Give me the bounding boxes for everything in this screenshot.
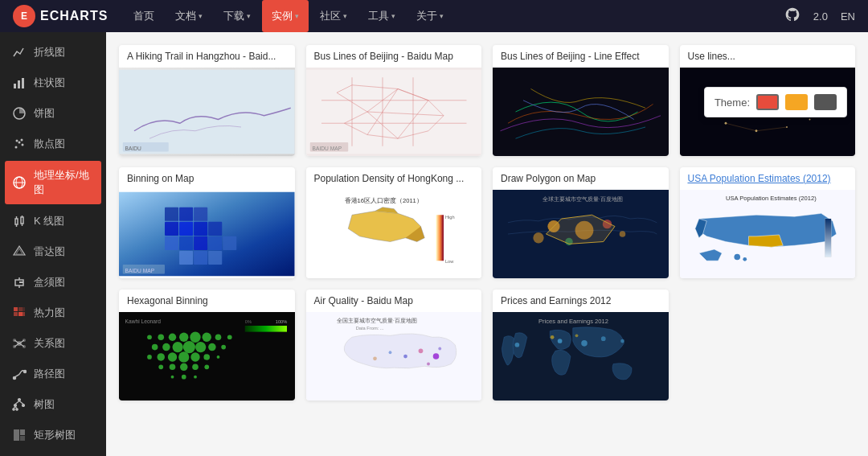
svg-point-125 — [227, 335, 232, 339]
chart-title-buslines: Bus Lines of Beijing - Baidu Map — [306, 45, 482, 68]
svg-point-145 — [171, 376, 174, 379]
svg-text:Prices and Earnings 2012: Prices and Earnings 2012 — [538, 318, 608, 325]
svg-point-143 — [192, 364, 199, 371]
svg-rect-93 — [208, 251, 222, 265]
svg-point-41 — [18, 399, 21, 401]
svg-point-133 — [147, 355, 152, 359]
svg-rect-98 — [436, 215, 444, 261]
sidebar-item-kline[interactable]: K 线图 — [0, 206, 106, 236]
chart-card-prices[interactable]: Prices and Earnings 2012 Prices and Earn… — [493, 290, 669, 401]
svg-point-128 — [173, 342, 183, 352]
nav-examples[interactable]: 实例▾ — [262, 0, 309, 32]
chart-card-buslines[interactable]: Bus Lines of Beijing - Baidu Map — [306, 45, 482, 156]
nav-tools[interactable]: 工具▾ — [358, 0, 405, 32]
svg-rect-79 — [165, 207, 178, 221]
chart-title-prices: Prices and Earnings 2012 — [493, 290, 669, 312]
version-badge: 2.0 — [813, 10, 828, 23]
svg-point-8 — [21, 139, 23, 142]
sidebar-item-tree[interactable]: 树图 — [0, 389, 106, 420]
sidebar-item-geo[interactable]: 地理坐标/地图 — [5, 161, 101, 204]
sidebar-item-scatter[interactable]: 散点图 — [0, 129, 106, 159]
sidebar-item-heat[interactable]: 热力图 — [0, 298, 106, 328]
svg-rect-87 — [179, 236, 193, 250]
svg-point-118 — [147, 335, 152, 339]
svg-point-119 — [158, 334, 164, 340]
nav-community[interactable]: 社区▾ — [310, 0, 357, 32]
svg-point-167 — [620, 339, 624, 343]
chart-card-hexagonal[interactable]: Hexagonal Binning Kawhi Leonard — [119, 290, 295, 401]
svg-rect-57 — [306, 70, 482, 154]
chart-thumb-population: 香港16区人口密度（2011） — [306, 190, 482, 278]
pie-chart-icon — [11, 105, 27, 121]
theme-swatch-red[interactable] — [756, 94, 779, 110]
top-navigation: E ECHARTS 首页 文档▾ 下载▾ 实例▾ 社区▾ 工具▾ 关于▾ 2.0… — [0, 0, 868, 32]
svg-point-163 — [558, 339, 563, 343]
content-area: Theme: A Hiking Trail in Hangzhou - Baid… — [106, 32, 868, 456]
chart-card-hiking[interactable]: A Hiking Trail in Hangzhou - Baid... BAI… — [119, 45, 295, 156]
nav-home[interactable]: 首页 — [124, 0, 164, 32]
chart-card-population[interactable]: Population Density of HongKong ... 香港16区… — [306, 167, 482, 278]
tree-chart-icon — [11, 396, 27, 413]
svg-point-156 — [403, 355, 407, 359]
svg-line-46 — [15, 401, 19, 405]
svg-point-44 — [13, 409, 14, 410]
svg-rect-52 — [20, 436, 25, 441]
chart-thumb-polygon: 全球主要城市空气质量·百度地图 — [493, 190, 669, 278]
theme-popup: Theme: — [704, 87, 847, 117]
svg-rect-82 — [165, 222, 178, 236]
sidebar-item-radar[interactable]: 雷达图 — [0, 236, 106, 267]
sidebar: 折线图 柱状图 饼图 散点图 地理坐标/地图 — [0, 32, 106, 456]
svg-point-166 — [515, 343, 520, 347]
svg-point-7 — [16, 140, 18, 142]
nav-right: 2.0 EN — [784, 6, 855, 27]
sidebar-item-boxplot[interactable]: 盒须图 — [0, 267, 106, 298]
sidebar-item-relation[interactable]: 关系图 — [0, 328, 106, 359]
svg-marker-18 — [14, 246, 25, 255]
svg-point-147 — [194, 376, 197, 379]
svg-point-127 — [162, 343, 170, 351]
svg-point-164 — [581, 340, 588, 347]
svg-text:BAIDU MAP: BAIDU MAP — [125, 268, 155, 273]
svg-point-132 — [221, 345, 226, 350]
chart-title-hiking: A Hiking Trail in Hangzhou - Baid... — [119, 45, 295, 68]
svg-point-129 — [183, 341, 195, 353]
svg-text:香港16区人口密度（2011）: 香港16区人口密度（2011） — [344, 197, 422, 204]
svg-point-106 — [620, 231, 626, 237]
chart-card-air[interactable]: Air Quality - Baidu Map 全国主要城市空气质量·百度地图 … — [306, 290, 482, 401]
language-button[interactable]: EN — [841, 10, 855, 23]
svg-point-121 — [179, 333, 188, 342]
nav-download[interactable]: 下载▾ — [214, 0, 260, 32]
nav-docs[interactable]: 文档▾ — [166, 0, 212, 32]
chart-card-binning[interactable]: Binning on Map — [119, 167, 295, 278]
sidebar-item-path[interactable]: 路径图 — [0, 359, 106, 389]
chart-card-usa[interactable]: USA Population Estimates (2012) USA Popu… — [680, 167, 856, 278]
chart-card-polygon[interactable]: Draw Polygon on Map 全球主要城市空气质量·百度地图 — [493, 167, 669, 278]
svg-point-165 — [601, 336, 606, 341]
sidebar-item-pie[interactable]: 饼图 — [0, 98, 106, 129]
svg-point-155 — [418, 349, 423, 354]
svg-text:100%: 100% — [276, 319, 288, 324]
nav-about[interactable]: 关于▾ — [407, 0, 453, 32]
svg-rect-28 — [23, 307, 25, 311]
svg-point-144 — [204, 364, 209, 369]
svg-text:Low: Low — [444, 259, 453, 264]
sidebar-item-line[interactable]: 折线图 — [0, 37, 106, 68]
sidebar-item-rect-tree[interactable]: 矩形树图 — [0, 420, 106, 450]
chart-title-binning: Binning on Map — [119, 167, 295, 190]
svg-rect-83 — [179, 222, 193, 236]
logo-area: E ECHARTS — [13, 5, 108, 27]
svg-rect-24 — [14, 307, 18, 311]
sidebar-item-bar[interactable]: 柱状图 — [0, 68, 106, 98]
svg-point-134 — [158, 353, 166, 361]
svg-rect-80 — [179, 207, 193, 221]
svg-point-130 — [195, 342, 206, 352]
theme-swatch-orange[interactable] — [785, 94, 808, 110]
svg-rect-13 — [21, 217, 23, 224]
chart-card-buslines-dark[interactable]: Bus Lines of Beijing - Line Effect — [493, 45, 669, 156]
svg-point-131 — [208, 343, 216, 351]
theme-swatch-dark[interactable] — [814, 94, 837, 110]
svg-point-45 — [16, 409, 18, 410]
kline-chart-icon — [11, 213, 27, 229]
github-icon[interactable] — [784, 6, 800, 27]
svg-point-141 — [170, 364, 176, 371]
